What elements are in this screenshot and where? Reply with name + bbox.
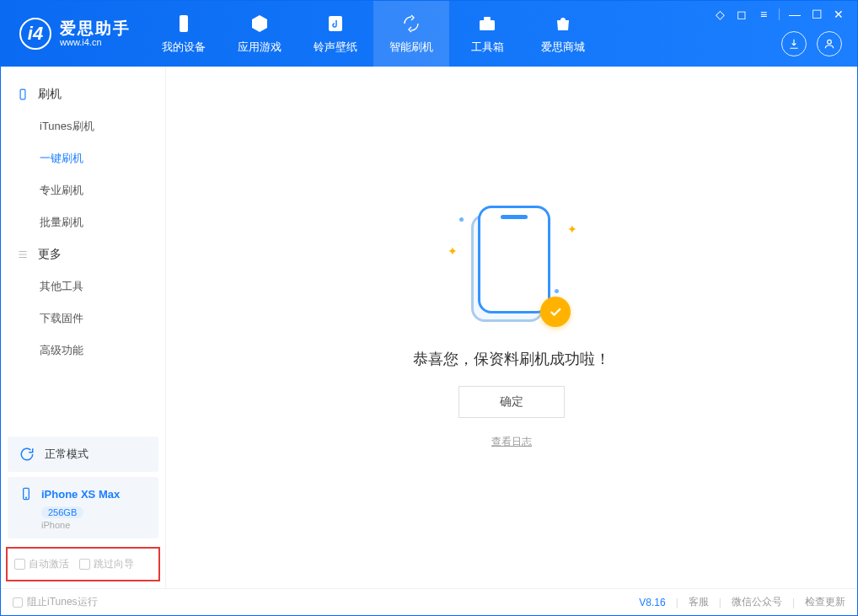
tab-label: 应用游戏 [238,40,282,55]
section-label: 刷机 [38,87,62,102]
account-button[interactable] [817,31,842,56]
close-button[interactable]: ✕ [832,8,845,21]
toolbox-icon [476,13,498,35]
svg-point-7 [26,497,27,498]
svg-rect-2 [480,20,495,30]
sidebar-item-pro-flash[interactable]: 专业刷机 [1,174,165,206]
svg-rect-3 [484,17,491,20]
header-actions [781,31,842,56]
refresh-icon [400,13,422,35]
sidebar-item-firmware[interactable]: 下载固件 [1,303,165,335]
sidebar-section-more: 更多 [1,238,165,271]
app-url: www.i4.cn [60,37,131,47]
sparkle-icon: ✦ [567,222,577,236]
tab-label: 铃声壁纸 [314,40,357,55]
tab-store[interactable]: 爱思商城 [525,1,601,67]
menu-icon[interactable]: ≡ [757,8,770,21]
block-itunes-checkbox[interactable]: 阻止iTunes运行 [13,595,98,609]
sparkle-icon: ✦ [448,244,458,258]
checkbox-icon [14,559,25,570]
tab-my-device[interactable]: 我的设备 [146,1,222,67]
sync-icon [18,445,36,463]
app-logo: i4 爱思助手 www.i4.cn [1,18,146,50]
maximize-button[interactable]: ☐ [810,8,823,21]
main-tabs: 我的设备 应用游戏 铃声壁纸 智能刷机 工具箱 爱思商城 [146,1,601,67]
list-icon [16,248,29,261]
mode-card[interactable]: 正常模式 [8,437,158,472]
logo-icon: i4 [19,18,51,50]
tab-label: 爱思商城 [541,40,585,55]
success-message: 恭喜您，保资料刷机成功啦！ [413,349,610,369]
checkbox-icon [13,597,23,608]
view-log-link[interactable]: 查看日志 [491,435,532,449]
svg-rect-5 [20,89,25,99]
skip-guide-checkbox[interactable]: 跳过向导 [79,557,134,571]
phone-icon [173,13,195,35]
app-title: 爱思助手 [60,20,131,38]
bag-icon [552,13,574,35]
sidebar-item-advanced[interactable]: 高级功能 [1,335,165,367]
tab-apps[interactable]: 应用游戏 [222,1,298,67]
sidebar: 刷机 iTunes刷机 一键刷机 专业刷机 批量刷机 更多 其他工具 下载固件 … [1,67,166,588]
version-label: V8.16 [639,597,665,608]
customer-service-link[interactable]: 客服 [689,595,709,609]
separator [779,8,780,20]
check-update-link[interactable]: 检查更新 [805,595,845,609]
option-label: 跳过向导 [94,557,134,571]
window-controls: ◇ ◻ ≡ — ☐ ✕ [713,8,845,21]
download-button[interactable] [781,31,807,56]
wechat-link[interactable]: 微信公众号 [732,595,782,609]
svg-point-4 [828,40,832,44]
tab-ringtone[interactable]: 铃声壁纸 [298,1,373,67]
tab-tools[interactable]: 工具箱 [449,1,525,67]
tab-label: 智能刷机 [389,40,433,55]
sidebar-item-batch-flash[interactable]: 批量刷机 [1,206,165,238]
sidebar-item-other-tools[interactable]: 其他工具 [1,271,165,303]
option-label: 自动激活 [29,557,69,571]
success-illustration: ✦ ✦ [444,206,579,332]
lock-icon[interactable]: ◻ [735,8,748,21]
device-capacity: 256GB [41,506,83,518]
device-card[interactable]: iPhone XS Max 256GB iPhone [8,477,158,538]
device-type: iPhone [41,520,148,530]
content-area: ✦ ✦ 恭喜您，保资料刷机成功啦！ 确定 查看日志 [166,67,857,588]
svg-rect-0 [180,15,188,32]
tab-label: 工具箱 [471,40,504,55]
section-label: 更多 [38,247,62,262]
ok-button[interactable]: 确定 [458,386,565,418]
device-name: iPhone XS Max [41,488,120,501]
app-header: i4 爱思助手 www.i4.cn 我的设备 应用游戏 铃声壁纸 智能刷机 工具… [1,1,857,67]
cube-icon [249,13,271,35]
checkbox-label: 阻止iTunes运行 [27,595,98,609]
phone-outline-icon [16,88,29,101]
minimize-button[interactable]: — [788,8,802,21]
sidebar-item-itunes-flash[interactable]: iTunes刷机 [1,110,165,142]
mode-label: 正常模式 [45,447,88,462]
svg-rect-1 [329,16,342,31]
tab-label: 我的设备 [162,40,206,55]
statusbar: 阻止iTunes运行 V8.16 | 客服 | 微信公众号 | 检查更新 [1,588,857,615]
sidebar-section-flash: 刷机 [1,78,165,110]
checkmark-badge-icon [540,297,571,327]
device-phone-icon [18,485,35,502]
checkbox-icon [79,559,90,570]
tab-flash[interactable]: 智能刷机 [373,1,449,67]
sidebar-item-onekey-flash[interactable]: 一键刷机 [1,142,165,174]
shirt-icon[interactable]: ◇ [713,8,727,21]
options-row: 自动激活 跳过向导 [6,547,160,581]
music-icon [324,13,346,35]
auto-activate-checkbox[interactable]: 自动激活 [14,557,69,571]
